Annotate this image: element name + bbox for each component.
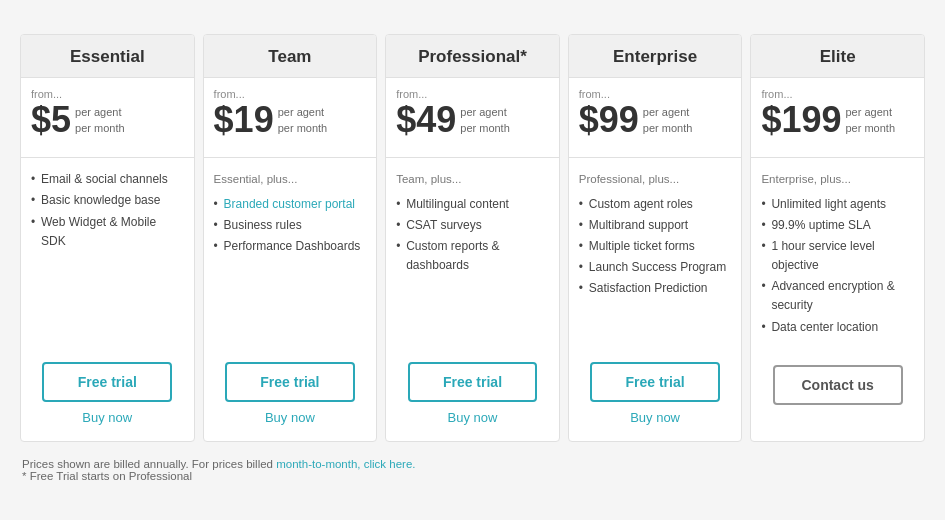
feature-item-elite-2: 1 hour service level objective xyxy=(761,237,914,275)
free-trial-button-professional[interactable]: Free trial xyxy=(408,362,538,402)
plan-pricing-team: from...$19per agentper month xyxy=(204,78,377,158)
plan-cta-professional: Free trialBuy now xyxy=(386,348,559,441)
plan-card-elite: Elitefrom...$199per agentper monthEnterp… xyxy=(750,34,925,442)
price-details-elite: per agentper month xyxy=(845,105,895,136)
features-intro-elite: Enterprise, plus... xyxy=(761,170,914,188)
plan-pricing-professional: from...$49per agentper month xyxy=(386,78,559,158)
price-details-team: per agentper month xyxy=(278,105,328,136)
plan-header-team: Team xyxy=(204,35,377,78)
plan-features-elite: Enterprise, plus...Unlimited light agent… xyxy=(751,158,924,351)
price-row-essential: $5per agentper month xyxy=(31,102,184,138)
plan-features-essential: Email & social channelsBasic knowledge b… xyxy=(21,158,194,348)
plan-card-professional: Professional*from...$49per agentper mont… xyxy=(385,34,560,442)
plan-name-professional: Professional* xyxy=(394,47,551,67)
plan-cta-essential: Free trialBuy now xyxy=(21,348,194,441)
free-trial-button-enterprise[interactable]: Free trial xyxy=(590,362,720,402)
plan-cta-team: Free trialBuy now xyxy=(204,348,377,441)
plan-features-enterprise: Professional, plus...Custom agent rolesM… xyxy=(569,158,742,348)
pricing-container: Essentialfrom...$5per agentper monthEmai… xyxy=(10,24,935,496)
free-trial-button-team[interactable]: Free trial xyxy=(225,362,355,402)
plan-features-team: Essential, plus...Branded customer porta… xyxy=(204,158,377,348)
plan-name-essential: Essential xyxy=(29,47,186,67)
feature-item-enterprise-2: Multiple ticket forms xyxy=(579,237,732,256)
feature-item-essential-1: Basic knowledge base xyxy=(31,191,184,210)
footer-month-to-month-link[interactable]: month-to-month, click here. xyxy=(276,458,415,470)
plan-name-team: Team xyxy=(212,47,369,67)
feature-item-elite-3: Advanced encryption & security xyxy=(761,277,914,315)
footer-note-billing: Prices shown are billed annually. For pr… xyxy=(22,458,923,470)
plan-card-enterprise: Enterprisefrom...$99per agentper monthPr… xyxy=(568,34,743,442)
price-row-elite: $199per agentper month xyxy=(761,102,914,138)
plan-pricing-essential: from...$5per agentper month xyxy=(21,78,194,158)
plan-header-essential: Essential xyxy=(21,35,194,78)
feature-item-professional-0: Multilingual content xyxy=(396,195,549,214)
price-row-enterprise: $99per agentper month xyxy=(579,102,732,138)
feature-item-elite-0: Unlimited light agents xyxy=(761,195,914,214)
plan-card-essential: Essentialfrom...$5per agentper monthEmai… xyxy=(20,34,195,442)
feature-item-enterprise-0: Custom agent roles xyxy=(579,195,732,214)
price-amount-team: $19 xyxy=(214,102,274,138)
footer-note: Prices shown are billed annually. For pr… xyxy=(20,454,925,486)
features-intro-professional: Team, plus... xyxy=(396,170,549,188)
feature-item-elite-1: 99.9% uptime SLA xyxy=(761,216,914,235)
feature-item-essential-2: Web Widget & Mobile SDK xyxy=(31,213,184,251)
feature-item-team-2: Performance Dashboards xyxy=(214,237,367,256)
price-details-enterprise: per agentper month xyxy=(643,105,693,136)
price-details-essential: per agentper month xyxy=(75,105,125,136)
features-intro-enterprise: Professional, plus... xyxy=(579,170,732,188)
feature-item-enterprise-1: Multibrand support xyxy=(579,216,732,235)
price-amount-enterprise: $99 xyxy=(579,102,639,138)
feature-item-enterprise-4: Satisfaction Prediction xyxy=(579,279,732,298)
feature-item-essential-0: Email & social channels xyxy=(31,170,184,189)
feature-item-professional-2: Custom reports & dashboards xyxy=(396,237,549,275)
plan-cta-elite: Contact us xyxy=(751,351,924,441)
contact-us-button-elite[interactable]: Contact us xyxy=(773,365,903,405)
price-row-team: $19per agentper month xyxy=(214,102,367,138)
price-amount-professional: $49 xyxy=(396,102,456,138)
plan-header-professional: Professional* xyxy=(386,35,559,78)
price-amount-essential: $5 xyxy=(31,102,71,138)
price-amount-elite: $199 xyxy=(761,102,841,138)
plan-card-team: Teamfrom...$19per agentper monthEssentia… xyxy=(203,34,378,442)
buy-now-link-essential[interactable]: Buy now xyxy=(82,410,132,435)
buy-now-link-professional[interactable]: Buy now xyxy=(448,410,498,435)
plan-pricing-enterprise: from...$99per agentper month xyxy=(569,78,742,158)
plan-name-elite: Elite xyxy=(759,47,916,67)
plan-header-enterprise: Enterprise xyxy=(569,35,742,78)
feature-item-enterprise-3: Launch Success Program xyxy=(579,258,732,277)
feature-item-team-0: Branded customer portal xyxy=(214,195,367,214)
price-details-professional: per agentper month xyxy=(460,105,510,136)
plan-pricing-elite: from...$199per agentper month xyxy=(751,78,924,158)
plans-grid: Essentialfrom...$5per agentper monthEmai… xyxy=(20,34,925,442)
plan-features-professional: Team, plus...Multilingual contentCSAT su… xyxy=(386,158,559,348)
features-intro-team: Essential, plus... xyxy=(214,170,367,188)
footer-note-trial: * Free Trial starts on Professional xyxy=(22,470,923,482)
plan-header-elite: Elite xyxy=(751,35,924,78)
feature-item-team-1: Business rules xyxy=(214,216,367,235)
footer-billing-text: Prices shown are billed annually. For pr… xyxy=(22,458,276,470)
feature-link-team-0[interactable]: Branded customer portal xyxy=(224,197,355,211)
buy-now-link-team[interactable]: Buy now xyxy=(265,410,315,435)
free-trial-button-essential[interactable]: Free trial xyxy=(42,362,172,402)
feature-item-elite-4: Data center location xyxy=(761,318,914,337)
feature-item-professional-1: CSAT surveys xyxy=(396,216,549,235)
plan-name-enterprise: Enterprise xyxy=(577,47,734,67)
buy-now-link-enterprise[interactable]: Buy now xyxy=(630,410,680,435)
plan-cta-enterprise: Free trialBuy now xyxy=(569,348,742,441)
price-row-professional: $49per agentper month xyxy=(396,102,549,138)
